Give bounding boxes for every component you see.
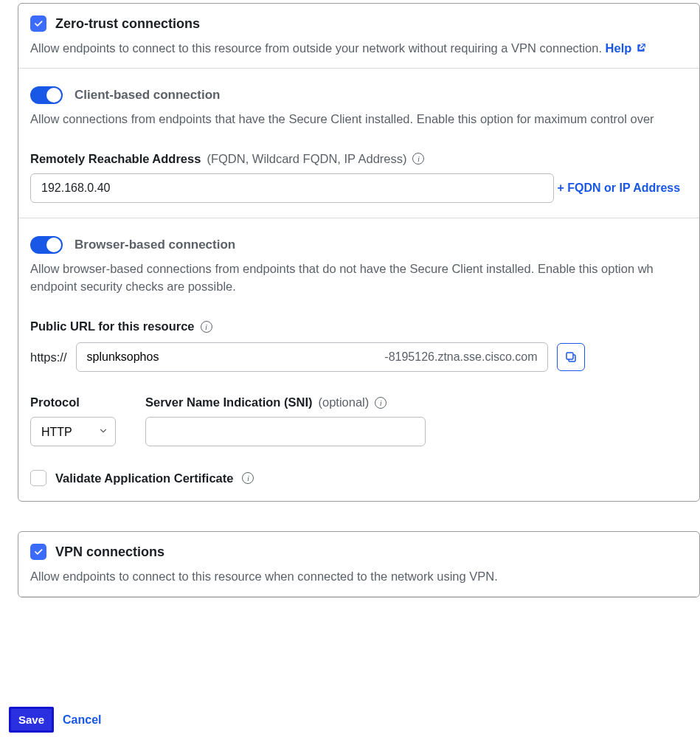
info-icon[interactable]: i <box>201 321 212 333</box>
vpn-checkbox[interactable] <box>30 544 46 560</box>
cancel-button[interactable]: Cancel <box>63 713 101 727</box>
zero-trust-panel: Zero-trust connections Allow endpoints t… <box>18 3 700 502</box>
browser-based-title: Browser-based connection <box>74 238 235 252</box>
external-link-icon <box>636 43 646 53</box>
info-icon[interactable]: i <box>412 153 424 165</box>
zero-trust-checkbox[interactable] <box>30 15 46 32</box>
sni-hint: (optional) <box>318 395 369 409</box>
validate-cert-checkbox[interactable] <box>30 470 46 486</box>
client-based-title: Client-based connection <box>74 88 220 103</box>
remotely-reachable-input[interactable] <box>30 173 554 203</box>
vpn-header: VPN connections Allow endpoints to conne… <box>18 532 699 596</box>
divider <box>18 596 699 597</box>
vpn-desc: Allow endpoints to connect to this resou… <box>30 567 687 586</box>
browser-based-toggle[interactable] <box>30 236 63 254</box>
validate-cert-label: Validate Application Certificate <box>55 471 233 485</box>
https-prefix: https:// <box>30 350 67 364</box>
browser-based-desc: Allow browser-based connections from end… <box>30 260 687 297</box>
copy-url-button[interactable] <box>557 343 585 371</box>
sni-label: Server Name Indication (SNI) <box>145 395 312 409</box>
info-icon[interactable]: i <box>375 397 387 409</box>
protocol-column: Protocol HTTP <box>30 395 116 446</box>
protocol-select[interactable]: HTTP <box>30 417 116 446</box>
sni-input[interactable] <box>145 417 426 446</box>
client-based-desc: Allow connections from endpoints that ha… <box>30 110 687 128</box>
save-button[interactable]: Save <box>9 707 54 733</box>
zero-trust-title: Zero-trust connections <box>55 16 200 32</box>
protocol-label: Protocol <box>30 395 80 409</box>
zero-trust-desc: Allow endpoints to connect to this resou… <box>30 39 687 58</box>
sni-column: Server Name Indication (SNI) (optional) … <box>145 395 426 446</box>
vpn-panel: VPN connections Allow endpoints to conne… <box>18 531 700 598</box>
toggle-knob <box>46 88 61 103</box>
info-icon[interactable]: i <box>242 472 254 484</box>
public-url-input[interactable] <box>76 342 548 372</box>
copy-icon <box>564 350 578 364</box>
check-icon <box>33 18 44 29</box>
remotely-reachable-label: Remotely Reachable Address <box>30 152 201 166</box>
footer-bar: Save Cancel <box>9 707 102 733</box>
remotely-reachable-hint: (FQDN, Wildcard FQDN, IP Address) <box>207 152 406 166</box>
svg-rect-1 <box>566 353 573 359</box>
client-based-toggle[interactable] <box>30 86 63 104</box>
public-url-label: Public URL for this resource <box>30 319 195 333</box>
add-fqdn-link[interactable]: + FQDN or IP Address <box>557 181 680 195</box>
client-based-section: Client-based connection Allow connection… <box>18 69 699 218</box>
browser-based-section: Browser-based connection Allow browser-b… <box>18 218 699 502</box>
toggle-knob <box>46 238 61 252</box>
public-url-input-wrap: -8195126.ztna.sse.cisco.com <box>76 342 548 372</box>
zero-trust-header: Zero-trust connections Allow endpoints t… <box>18 4 699 68</box>
vpn-title: VPN connections <box>55 544 164 560</box>
help-link[interactable]: Help <box>606 39 647 58</box>
check-icon <box>33 547 44 557</box>
